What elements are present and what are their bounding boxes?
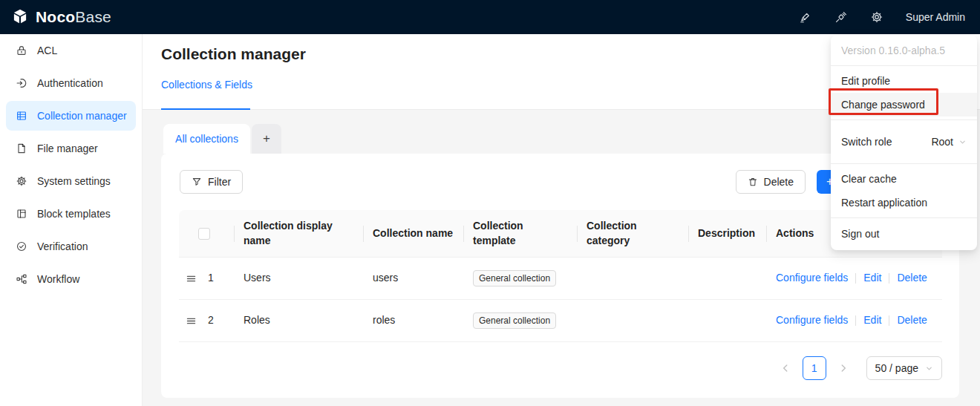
divider (831, 217, 977, 218)
nocobase-logo[interactable]: NocoBase (10, 7, 111, 27)
sidebar-item-workflow[interactable]: Workflow (6, 264, 136, 294)
header-select-all (179, 210, 235, 257)
menu-item-edit-profile[interactable]: Edit profile (831, 69, 977, 93)
divider (889, 315, 889, 326)
cell-collection-name: roles (364, 300, 464, 341)
lock-icon (16, 45, 27, 56)
cell-category (578, 258, 689, 299)
collection-template-tag: General collection (473, 312, 556, 329)
layout-icon (16, 208, 27, 220)
nocobase-app: NocoBase Super Admin ACL (0, 0, 980, 406)
header-collection-name: Collection name (364, 210, 464, 257)
pagination: 1 50 / page (780, 356, 942, 380)
divider (831, 119, 977, 120)
edit-link[interactable]: Edit (863, 271, 881, 286)
divider (855, 273, 856, 284)
switch-role-label: Switch role (841, 136, 892, 148)
cell-collection-name: users (364, 258, 464, 299)
file-icon (16, 143, 27, 154)
delete-link[interactable]: Delete (897, 313, 927, 328)
sidebar: ACL Authentication Collection manager Fi… (0, 34, 143, 406)
sidebar-item-file-manager[interactable]: File manager (6, 134, 136, 163)
plugin-api-icon[interactable] (834, 10, 848, 24)
settings-gear-icon[interactable] (870, 10, 883, 24)
cell-description (689, 300, 767, 341)
role-select-value: Root (931, 136, 953, 148)
sidebar-item-label: System settings (37, 175, 111, 187)
tab-collections-and-fields[interactable]: Collections & Fields (161, 79, 252, 91)
sidebar-item-label: Verification (37, 240, 88, 252)
configure-fields-link[interactable]: Configure fields (776, 313, 848, 328)
trash-icon (748, 177, 758, 187)
header-collection-template: Collection template (464, 210, 578, 257)
filter-button[interactable]: Filter (180, 170, 243, 194)
select-all-checkbox[interactable] (198, 228, 210, 240)
sidebar-item-verification[interactable]: Verification (6, 232, 136, 261)
sidebar-item-authentication[interactable]: Authentication (6, 68, 136, 98)
menu-item-switch-role[interactable]: Switch role Root (831, 123, 977, 160)
sidebar-item-label: File manager (37, 143, 98, 154)
ui-editor-highlighter-icon[interactable] (799, 10, 812, 24)
row-index: 2 (208, 313, 214, 328)
menu-item-change-password[interactable]: Change password (831, 93, 977, 117)
topbar-actions: Super Admin (799, 10, 965, 24)
page-title: Collection manager (161, 45, 306, 63)
cell-display-name: Users (235, 258, 364, 299)
header-collection-category: Collection category (578, 210, 689, 257)
sidebar-item-system-settings[interactable]: System settings (6, 166, 136, 196)
delete-link[interactable]: Delete (897, 271, 927, 286)
page-size-value: 50 / page (875, 362, 918, 374)
login-icon (16, 77, 27, 89)
header-description: Description (689, 210, 767, 257)
next-page-icon[interactable] (838, 363, 849, 373)
chevron-down-icon (925, 364, 933, 373)
chevron-down-icon (958, 138, 967, 146)
table-row: 2 Roles roles General collection Configu… (179, 300, 942, 342)
sidebar-item-block-templates[interactable]: Block templates (6, 199, 136, 229)
divider (831, 65, 977, 66)
drag-handle-icon[interactable] (186, 273, 197, 284)
add-category-tab-button[interactable]: + (252, 124, 281, 154)
workflow-nodes-icon (16, 273, 27, 285)
page-number-button[interactable]: 1 (803, 356, 826, 380)
role-select[interactable]: Root (931, 136, 967, 148)
tab-all-collections[interactable]: All collections (163, 124, 250, 154)
cell-display-name: Roles (235, 300, 364, 341)
divider (831, 163, 977, 164)
sidebar-item-label: Workflow (37, 273, 79, 285)
row-index: 1 (208, 271, 214, 286)
sidebar-item-label: ACL (37, 45, 57, 56)
user-menu-trigger[interactable]: Super Admin (906, 11, 965, 23)
sidebar-item-acl[interactable]: ACL (6, 36, 136, 65)
sidebar-item-label: Authentication (37, 77, 103, 89)
sidebar-item-label: Collection manager (37, 110, 127, 122)
check-circle-icon (16, 240, 27, 252)
menu-item-sign-out[interactable]: Sign out (831, 221, 977, 246)
logo-cube-icon (10, 7, 30, 27)
filter-funnel-icon (192, 177, 202, 187)
menu-item-restart-application[interactable]: Restart application (831, 191, 977, 215)
page-size-select[interactable]: 50 / page (866, 356, 942, 380)
configure-fields-link[interactable]: Configure fields (776, 271, 848, 286)
menu-item-clear-cache[interactable]: Clear cache (831, 167, 977, 191)
logo-text: NocoBase (36, 8, 111, 26)
divider (889, 273, 889, 284)
gear-icon (16, 175, 27, 187)
sidebar-item-collection-manager[interactable]: Collection manager (6, 101, 136, 131)
table-icon (16, 110, 27, 122)
prev-page-icon[interactable] (780, 363, 791, 373)
drag-handle-icon[interactable] (186, 315, 197, 327)
table-row: 1 Users users General collection Configu… (179, 258, 942, 300)
table-header-row: Collection display name Collection name … (179, 210, 942, 258)
collection-template-tag: General collection (473, 270, 556, 287)
cell-category (578, 300, 689, 341)
edit-link[interactable]: Edit (863, 313, 881, 328)
header-collection-display-name: Collection display name (235, 210, 364, 257)
delete-button-label: Delete (764, 176, 794, 188)
delete-button[interactable]: Delete (736, 170, 806, 194)
user-dropdown-menu: Version 0.16.0-alpha.5 Edit profile Chan… (831, 35, 977, 250)
cell-description (689, 258, 767, 299)
menu-item-version: Version 0.16.0-alpha.5 (831, 39, 977, 62)
divider (855, 315, 856, 326)
collections-table: Collection display name Collection name … (179, 210, 942, 342)
